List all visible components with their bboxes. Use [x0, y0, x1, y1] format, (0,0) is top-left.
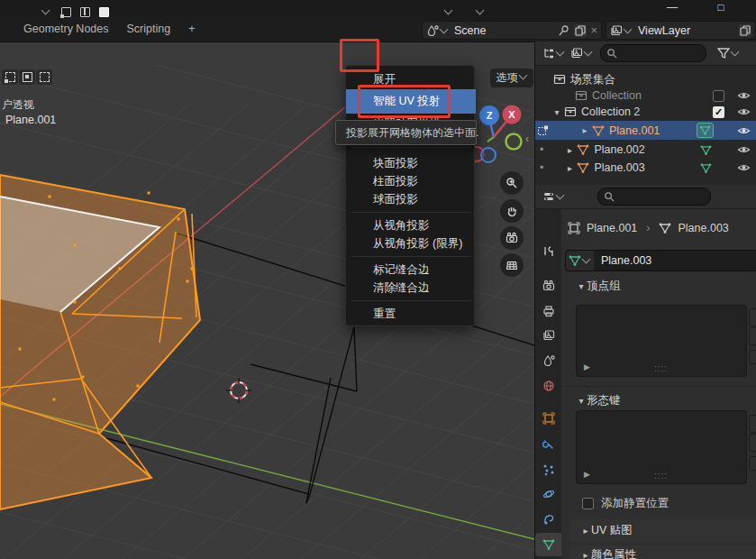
- panel-header-vertex-groups[interactable]: ▾ 顶点组: [576, 276, 621, 296]
- editor-type-properties-icon[interactable]: [542, 190, 555, 203]
- panel-title: UV 贴图: [591, 523, 633, 538]
- specials-button-stub[interactable]: [749, 456, 756, 471]
- play-icon[interactable]: ▶: [584, 362, 590, 371]
- display-mode-icon[interactable]: [570, 47, 583, 60]
- chevron-down-icon: [556, 191, 565, 200]
- perspective-toggle-button[interactable]: [500, 253, 524, 277]
- eye-icon[interactable]: [737, 161, 751, 174]
- menu-item-cylinder-projection[interactable]: 柱面投影: [346, 172, 476, 190]
- menu-item-mark-seam[interactable]: 标记缝合边: [346, 261, 476, 279]
- close-icon[interactable]: ×: [590, 23, 597, 37]
- shape-keys-list[interactable]: ▶ ::::: [576, 410, 747, 484]
- editor-type-outliner-icon[interactable]: [542, 47, 555, 60]
- select-set-button[interactable]: [2, 69, 18, 85]
- outliner-search-input[interactable]: [600, 44, 706, 62]
- disclosure-open-icon[interactable]: ▾: [551, 107, 562, 117]
- disclosure-closed-icon[interactable]: ▸: [564, 163, 575, 173]
- add-rest-position-checkbox[interactable]: [582, 498, 594, 509]
- select-extend-button[interactable]: [19, 69, 35, 85]
- new-scene-icon[interactable]: [574, 24, 587, 37]
- tab-modifiers[interactable]: [535, 433, 561, 456]
- mesh-data-icon[interactable]: [700, 144, 712, 156]
- mesh-name-value[interactable]: Plane.003: [601, 254, 651, 267]
- tab-object-data[interactable]: [535, 533, 561, 556]
- tab-tool[interactable]: [535, 240, 561, 263]
- breadcrumb-object[interactable]: Plane.001: [587, 222, 637, 234]
- viewlayer-selector[interactable]: ViewLayer: [606, 21, 756, 40]
- outliner-row-plane003[interactable]: • ▸ Plane.003: [535, 159, 756, 177]
- sidebar-toggle-arrow[interactable]: ‹: [525, 133, 529, 145]
- outliner-row-plane002[interactable]: • ▸ Plane.002: [535, 141, 756, 159]
- options-dropdown[interactable]: 选项: [490, 69, 533, 87]
- gizmo-y[interactable]: [506, 134, 522, 150]
- add-button-stub[interactable]: [749, 415, 756, 433]
- remove-button-stub[interactable]: [749, 327, 756, 345]
- outliner-row-plane001[interactable]: ▸ Plane.001: [535, 121, 756, 140]
- object-icon: [568, 222, 580, 234]
- tab-world[interactable]: [535, 374, 561, 398]
- eye-icon[interactable]: [737, 124, 751, 137]
- menu-item-cube-projection[interactable]: 块面投影: [346, 154, 476, 172]
- resize-grip[interactable]: ::::: [654, 471, 668, 481]
- mesh-data-icon-active[interactable]: [697, 123, 714, 138]
- menu-item-unwrap[interactable]: 展开: [346, 69, 476, 89]
- minimize-button[interactable]: —: [659, 0, 686, 16]
- disclosure-closed-icon[interactable]: ▸: [579, 125, 590, 135]
- menu-item-reset[interactable]: 重置: [346, 305, 476, 323]
- mesh-data-icon[interactable]: [700, 162, 712, 174]
- menu-item-project-from-view[interactable]: 从视角投影: [346, 216, 476, 234]
- eye-icon[interactable]: [737, 143, 751, 156]
- remove-button-stub[interactable]: [749, 434, 756, 452]
- panel-header-uv-maps[interactable]: ▸ UV 贴图: [569, 519, 756, 542]
- play-icon[interactable]: ▶: [584, 470, 590, 479]
- camera-view-button[interactable]: [500, 226, 524, 250]
- add-button-stub[interactable]: [749, 308, 756, 326]
- menu-item-smart-uv-project[interactable]: 智能 UV 投射: [346, 89, 476, 114]
- collection-exclude-checkbox[interactable]: [713, 90, 724, 102]
- search-icon: [604, 191, 615, 203]
- pin-icon[interactable]: [558, 24, 570, 37]
- outliner-row-collection2[interactable]: ▾ Collection 2 ✓: [535, 103, 756, 121]
- menu-item-sphere-projection[interactable]: 球面投影: [346, 190, 476, 208]
- gizmo-neg-z[interactable]: [481, 148, 496, 162]
- tab-view-layer[interactable]: [535, 324, 561, 347]
- tab-physics[interactable]: [535, 482, 561, 506]
- properties-search-input[interactable]: [597, 188, 711, 206]
- zoom-button[interactable]: [500, 171, 524, 195]
- collection-exclude-checkbox[interactable]: ✓: [713, 106, 724, 118]
- chevron-down-icon: [440, 24, 449, 33]
- workspace-tab-geometry-nodes[interactable]: Geometry Nodes: [14, 16, 117, 41]
- mesh-name-field[interactable]: Plane.003: [565, 250, 756, 271]
- filter-icon[interactable]: [717, 47, 730, 60]
- tab-render[interactable]: [535, 274, 561, 298]
- vertex-groups-list[interactable]: ▶ ::::: [576, 305, 747, 377]
- breadcrumb-data[interactable]: Plane.003: [678, 222, 728, 234]
- disclosure-closed-icon[interactable]: ▸: [564, 145, 575, 155]
- chevron-down-icon: [731, 48, 740, 57]
- outliner-row-collection[interactable]: Collection: [535, 87, 756, 105]
- scene-name[interactable]: Scene: [454, 24, 486, 37]
- scene-selector[interactable]: Scene ×: [422, 21, 602, 40]
- tab-scene[interactable]: [535, 349, 561, 372]
- eye-icon[interactable]: [737, 89, 751, 102]
- tab-particles[interactable]: [535, 458, 561, 481]
- menu-item-clear-seam[interactable]: 清除缝合边: [346, 279, 476, 297]
- panel-header-shape-keys[interactable]: ▾ 形态键: [576, 390, 621, 410]
- specials-button-stub[interactable]: [749, 350, 756, 364]
- tab-object[interactable]: [535, 407, 561, 430]
- pan-button[interactable]: [500, 199, 524, 223]
- maximize-button[interactable]: □: [707, 0, 734, 16]
- add-workspace-button[interactable]: +: [179, 16, 204, 41]
- tab-constraints[interactable]: [535, 508, 561, 531]
- outliner-row-scene-collection[interactable]: 场景集合: [535, 70, 756, 88]
- disclosure-closed-icon: ▸: [580, 550, 591, 559]
- resize-grip[interactable]: ::::: [654, 363, 668, 373]
- panel-header-color-attributes[interactable]: ▸ 颜色属性: [569, 545, 756, 559]
- eye-icon[interactable]: [737, 105, 751, 118]
- menu-item-project-from-view-bounds[interactable]: 从视角投影 (限界): [346, 234, 476, 252]
- viewlayer-name[interactable]: ViewLayer: [638, 24, 690, 37]
- new-viewlayer-icon[interactable]: [739, 24, 751, 37]
- select-subtract-button[interactable]: [36, 69, 52, 85]
- workspace-tab-scripting[interactable]: Scripting: [117, 16, 179, 41]
- tab-output[interactable]: [535, 299, 561, 323]
